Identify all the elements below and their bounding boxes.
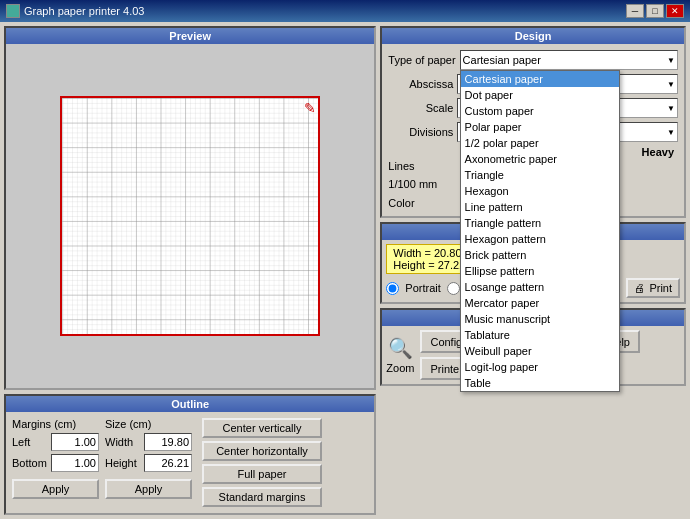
margins-col: Margins (cm) Left Bottom Apply [12, 418, 99, 507]
dropdown-item-halfpolar[interactable]: 1/2 polar paper [461, 135, 619, 151]
heavy-label: Heavy [642, 146, 674, 158]
svg-rect-1 [62, 98, 318, 334]
paper-type-dropdown-container: Cartesian paper ▼ Cartesian paper Dot pa… [460, 50, 678, 70]
dropdown-item-mercator[interactable]: Mercator paper [461, 295, 619, 311]
dropdown-item-triangle[interactable]: Triangle [461, 167, 619, 183]
zoom-icon: 🔍 [388, 336, 413, 360]
scale-label: Scale [388, 102, 453, 114]
right-panel: Design Type of paper Cartesian paper ▼ C… [380, 22, 690, 519]
preview-header: Preview [6, 28, 374, 44]
outline-header: Outline [6, 396, 374, 412]
window-controls: ─ □ ✕ [626, 4, 684, 18]
left-panel: Preview [0, 22, 380, 519]
center-horizontally-button[interactable]: Center horizontally [202, 441, 322, 461]
preview-area: ✎ [6, 44, 374, 388]
scale-arrow-icon: ▼ [667, 104, 675, 113]
print-label: Print [649, 282, 672, 294]
dropdown-item-tablature[interactable]: Tablature [461, 327, 619, 343]
dropdown-item-axonometric[interactable]: Axonometric paper [461, 151, 619, 167]
outline-buttons: Center vertically Center horizontally Fu… [202, 418, 322, 507]
dropdown-item-music[interactable]: Music manuscript [461, 311, 619, 327]
abscissa-label: Abscissa [388, 78, 453, 90]
portrait-label: Portrait [405, 282, 440, 294]
width-input[interactable] [144, 433, 192, 451]
dropdown-item-dot[interactable]: Dot paper [461, 87, 619, 103]
dropdown-item-ellipse[interactable]: Ellipse pattern [461, 263, 619, 279]
maximize-button[interactable]: □ [646, 4, 664, 18]
combo-arrow-icon: ▼ [667, 56, 675, 65]
dropdown-item-trianglepat[interactable]: Triangle pattern [461, 215, 619, 231]
close-button[interactable]: ✕ [666, 4, 684, 18]
paper-type-dropdown[interactable]: Cartesian paper Dot paper Custom paper P… [460, 70, 620, 392]
standard-margins-button[interactable]: Standard margins [202, 487, 322, 507]
type-of-paper-row: Type of paper Cartesian paper ▼ Cartesia… [388, 50, 678, 70]
dropdown-item-weibull[interactable]: Weibull paper [461, 343, 619, 359]
print-button[interactable]: 🖨 Print [626, 278, 680, 298]
app-icon [6, 4, 20, 18]
design-header: Design [382, 28, 684, 44]
size-label: Size (cm) [105, 418, 192, 430]
dropdown-item-polar[interactable]: Polar paper [461, 119, 619, 135]
minimize-button[interactable]: ─ [626, 4, 644, 18]
per100mm-label: 1/100 mm [388, 178, 458, 190]
dropdown-item-hexagonpat[interactable]: Hexagon pattern [461, 231, 619, 247]
dropdown-item-brick[interactable]: Brick pattern [461, 247, 619, 263]
divisions-arrow-icon: ▼ [667, 128, 675, 137]
dropdown-item-logit[interactable]: Logit-log paper [461, 359, 619, 375]
left-label: Left [12, 436, 47, 448]
paper-type-selected: Cartesian paper [463, 54, 541, 66]
app-title: Graph paper printer 4.03 [24, 5, 144, 17]
portrait-radio[interactable] [386, 282, 399, 295]
height-label: Height [105, 457, 140, 469]
bottom-input[interactable] [51, 454, 99, 472]
divisions-label: Divisions [388, 126, 453, 138]
design-content: Type of paper Cartesian paper ▼ Cartesia… [382, 44, 684, 216]
preview-section: Preview [4, 26, 376, 390]
abscissa-arrow-icon: ▼ [667, 80, 675, 89]
size-col: Size (cm) Width Height Apply [105, 418, 192, 507]
bottom-label: Bottom [12, 457, 47, 469]
dropdown-item-cartesian[interactable]: Cartesian paper [461, 71, 619, 87]
dropdown-item-linepat[interactable]: Line pattern [461, 199, 619, 215]
outline-section: Outline Margins (cm) Left Bottom Apply [4, 394, 376, 515]
full-paper-button[interactable]: Full paper [202, 464, 322, 484]
dropdown-item-losange[interactable]: Losange pattern [461, 279, 619, 295]
landscape-radio[interactable] [447, 282, 460, 295]
color-label: Color [388, 197, 458, 209]
left-input[interactable] [51, 433, 99, 451]
margins-apply-button[interactable]: Apply [12, 479, 99, 499]
title-bar: Graph paper printer 4.03 ─ □ ✕ [0, 0, 690, 22]
type-of-paper-label: Type of paper [388, 54, 455, 66]
dropdown-item-hexagon[interactable]: Hexagon [461, 183, 619, 199]
margins-label: Margins (cm) [12, 418, 99, 430]
center-vertically-button[interactable]: Center vertically [202, 418, 322, 438]
zoom-label: Zoom [386, 362, 414, 374]
size-apply-button[interactable]: Apply [105, 479, 192, 499]
edit-icon[interactable]: ✎ [304, 100, 316, 116]
dropdown-item-custom[interactable]: Custom paper [461, 103, 619, 119]
height-input[interactable] [144, 454, 192, 472]
dropdown-item-table[interactable]: Table [461, 375, 619, 391]
width-label: Width [105, 436, 140, 448]
design-section: Design Type of paper Cartesian paper ▼ C… [380, 26, 686, 218]
grid-svg [62, 98, 318, 334]
printer-icon: 🖨 [634, 282, 645, 294]
preview-paper: ✎ [60, 96, 320, 336]
paper-type-combo[interactable]: Cartesian paper ▼ [460, 50, 678, 70]
lines-main-label: Lines [388, 160, 458, 172]
zoom-area: 🔍 Zoom [386, 336, 414, 374]
